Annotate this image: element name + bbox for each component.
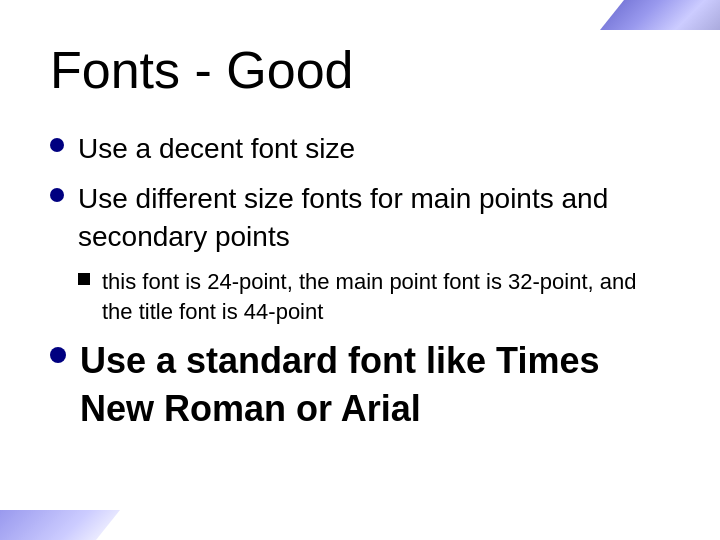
sub-bullet-square-icon [78, 273, 90, 285]
list-item: Use different size fonts for main points… [50, 180, 670, 256]
bullet-text-1: Use a decent font size [78, 130, 355, 168]
list-item: Use a standard font like Times New Roman… [50, 337, 670, 434]
sub-bullet-text-1: this font is 24-point, the main point fo… [102, 267, 670, 326]
large-bullet-text-1: Use a standard font like Times New Roman… [80, 337, 670, 434]
bullet-dot-icon [50, 188, 64, 202]
slide-content: Fonts - Good Use a decent font size Use … [0, 0, 720, 540]
list-item: this font is 24-point, the main point fo… [78, 267, 670, 326]
bullet-dot-icon [50, 138, 64, 152]
list-item: Use a decent font size [50, 130, 670, 168]
slide-title: Fonts - Good [50, 40, 670, 100]
bullet-list: Use a decent font size Use different siz… [50, 130, 670, 434]
bullet-text-2: Use different size fonts for main points… [78, 180, 670, 256]
large-bullet-dot-icon [50, 347, 66, 363]
